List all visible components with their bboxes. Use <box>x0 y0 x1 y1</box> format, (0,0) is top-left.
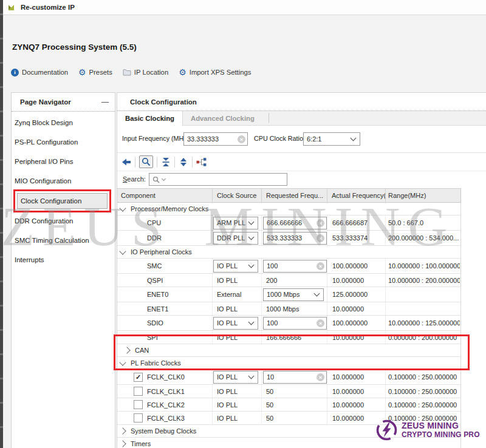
sidebar-item-ddr-configuration[interactable]: DDR Configuration <box>12 211 115 231</box>
table-row-spi: SPIIO PLL166.66666610.0000000.000000 : 2… <box>117 331 461 344</box>
logo-line1: ZEUS MINING <box>402 421 480 431</box>
presets-button[interactable]: ⚙ Presets <box>78 69 112 76</box>
column-header-component[interactable]: Component <box>117 189 213 202</box>
sidebar-item-smc-timing-calculation[interactable]: SMC Timing Calculation <box>12 231 115 250</box>
group-row-can[interactable]: CAN <box>117 344 461 357</box>
sidebar-item-interrupts[interactable]: Interrupts <box>12 250 115 270</box>
ip-location-button[interactable]: IP Location <box>123 69 168 76</box>
group-row-processor-memory-clocks[interactable]: Processor/Memory Clocks <box>117 203 461 216</box>
clear-icon[interactable] <box>238 135 245 143</box>
clock-source-select[interactable]: DDR PLL <box>213 232 258 245</box>
expand-all-icon[interactable] <box>179 157 188 167</box>
window-title: Re-customize IP <box>21 4 75 11</box>
component-label: QSPI <box>147 277 163 284</box>
chevron-right-icon[interactable] <box>119 440 126 447</box>
actual-frequency-cell: 10.000000 <box>327 331 386 344</box>
clock-source-cell: IO PLL <box>213 274 262 287</box>
range-cell: 200.000000 : 534.000... <box>386 231 460 245</box>
chevron-down-icon <box>248 262 255 268</box>
sidebar-item-ps-pl-configuration[interactable]: PS-PL Configuration <box>12 132 115 152</box>
sidebar-item-clock-configuration[interactable]: Clock Configuration <box>17 193 108 209</box>
clock-source-cell: IO PLL <box>213 398 262 411</box>
checkbox-checked[interactable] <box>134 373 143 382</box>
import-xps-settings-button[interactable]: ⚙ Import XPS Settings <box>179 69 251 76</box>
actual-frequency-cell: 10.000000 <box>327 398 386 411</box>
requested-frequency-cell: 200 <box>262 274 327 287</box>
search-input[interactable] <box>149 173 287 186</box>
chevron-right-icon[interactable] <box>123 347 130 353</box>
chevron-down-icon[interactable] <box>119 359 126 365</box>
tab-advanced-clocking[interactable]: Advanced Clocking <box>183 111 262 125</box>
requested-frequency-cell: 1000 Mbps <box>262 287 327 302</box>
page-navigator-title: Page Navigator <box>20 98 71 106</box>
page-navigator-panel: Page Navigator — Zynq Block DesignPS-PL … <box>11 92 115 448</box>
requested-frequency-input[interactable]: 666.666666 <box>263 217 327 229</box>
documentation-button[interactable]: i Documentation <box>11 69 68 76</box>
clear-icon[interactable] <box>317 319 324 327</box>
component-label: FCLK_CLK3 <box>147 415 185 422</box>
column-header-requested-frequ-[interactable]: Requested Frequ... <box>262 189 327 202</box>
column-header-range-mhz-[interactable]: Range(MHz) <box>386 189 460 202</box>
back-arrow-icon[interactable] <box>122 158 131 166</box>
component-cell: FCLK_CLK1 <box>117 385 213 398</box>
clocking-tabbar: Basic Clocking Advanced Clocking <box>117 111 486 126</box>
requested-frequency-input[interactable]: 100 <box>263 260 327 273</box>
folder-icon <box>123 69 131 76</box>
sidebar-item-mio-configuration[interactable]: MIO Configuration <box>12 171 115 191</box>
input-value: 10 <box>267 373 274 381</box>
requested-frequency-input[interactable]: 100 <box>263 317 327 330</box>
combo-value: DDR PLL <box>217 234 245 242</box>
component-cell: SPI <box>117 331 213 344</box>
clock-source-select[interactable]: IO PLL <box>213 260 258 273</box>
clear-icon[interactable] <box>317 373 324 381</box>
clear-icon[interactable] <box>317 262 324 270</box>
chevron-down-icon <box>162 177 166 181</box>
group-row-io-peripheral-clocks[interactable]: IO Peripheral Clocks <box>117 246 461 259</box>
clock-source-cell: External <box>213 287 262 302</box>
group-label: CAN <box>135 347 149 354</box>
component-cell: QSPI <box>117 274 213 287</box>
actual-frequency-cell: 10.000000 <box>327 385 386 398</box>
search-toggle-button[interactable] <box>139 155 153 168</box>
input-frequency-label: Input Frequency (MHz) <box>122 135 189 142</box>
actual-frequency-cell: 100.000000 <box>327 259 386 273</box>
clock-source-cell: IO PLL <box>213 302 262 315</box>
table-row-ddr: DDRDDR PLL533.333333533.333374200.000000… <box>117 231 461 246</box>
cpu-clock-ratio-select[interactable]: 6:2:1 <box>303 132 360 146</box>
tab-basic-clocking[interactable]: Basic Clocking <box>117 111 183 126</box>
clock-source-select[interactable]: ARM PLL <box>213 217 258 229</box>
actual-frequency-cell: 10.000000 <box>327 274 386 287</box>
range-cell: 0.100000 : 250.000000 <box>386 385 460 398</box>
checkbox-unchecked[interactable] <box>134 413 143 423</box>
requested-frequency-cell: 50 <box>262 412 327 424</box>
chevron-right-icon[interactable] <box>119 427 126 434</box>
sidebar-item-zynq-block-design[interactable]: Zynq Block Design <box>12 113 115 132</box>
group-row-pl-fabric-clocks[interactable]: PL Fabric Clocks <box>117 357 461 370</box>
collapse-all-icon[interactable] <box>161 157 171 167</box>
checkbox-unchecked[interactable] <box>134 400 143 409</box>
column-header-clock-source[interactable]: Clock Source <box>213 189 262 202</box>
group-label: System Debug Clocks <box>131 427 196 435</box>
clock-source-cell: IO PLL <box>213 259 262 273</box>
requested-frequency-input[interactable]: 533.333333 <box>263 232 327 245</box>
sidebar-item-peripheral-i-o-pins[interactable]: Peripheral I/O Pins <box>12 152 115 171</box>
panel-title: Clock Configuration <box>117 93 486 111</box>
chevron-down-icon[interactable] <box>119 205 126 211</box>
table-row-fclk-clk2: FCLK_CLK2IO PLL5010.0000000.100000 : 250… <box>117 398 461 412</box>
page-navigator-items: Zynq Block DesignPS-PL ConfigurationPeri… <box>12 112 115 270</box>
column-header-actual-frequency-[interactable]: Actual Frequency(... <box>327 189 386 202</box>
tab-divider <box>269 113 269 123</box>
clock-source-select[interactable]: IO PLL <box>213 371 258 384</box>
collapse-panel-button[interactable]: — <box>101 98 109 106</box>
hierarchy-icon[interactable] <box>196 157 207 167</box>
clock-source-select[interactable]: IO PLL <box>213 317 258 330</box>
input-frequency-field[interactable]: 33.333333 <box>183 132 248 146</box>
chevron-down-icon[interactable] <box>119 248 126 254</box>
component-cell: DDR <box>117 231 213 245</box>
clear-icon[interactable] <box>317 234 324 242</box>
clear-icon[interactable] <box>317 219 324 227</box>
requested-frequency-select[interactable]: 1000 Mbps <box>263 288 324 301</box>
requested-frequency-input[interactable]: 10 <box>263 371 327 384</box>
checkbox-unchecked[interactable] <box>134 387 143 396</box>
table-row-cpu: CPUARM PLL666.666666666.66668750.0 : 667… <box>117 216 461 231</box>
